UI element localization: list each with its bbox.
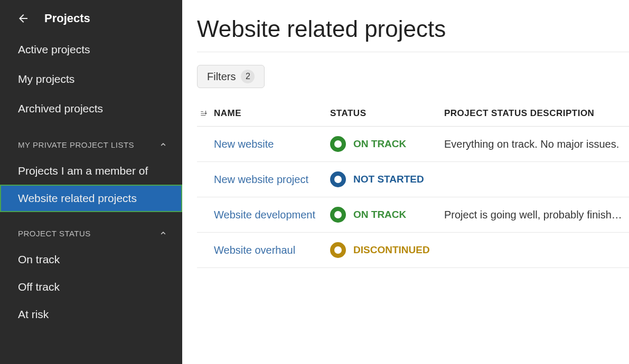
- status-label: NOT STARTED: [353, 174, 424, 185]
- page-title: Website related projects: [197, 16, 629, 52]
- sidebar-section-label: PROJECT STATUS: [18, 229, 91, 238]
- column-header-name[interactable]: NAME: [214, 108, 330, 119]
- main-content: Website related projects Filters 2 NAME …: [182, 0, 629, 364]
- table-header: NAME STATUS PROJECT STATUS DESCRIPTION: [197, 103, 629, 127]
- sidebar-item-my-projects[interactable]: My projects: [0, 64, 182, 94]
- sidebar: Projects Active projects My projects Arc…: [0, 0, 182, 364]
- project-name-link[interactable]: Website overhaul: [214, 244, 330, 256]
- status-description: Project is going well, probably finish…: [444, 209, 629, 221]
- status-cell: ON TRACK: [330, 207, 444, 223]
- filters-button[interactable]: Filters 2: [197, 65, 265, 88]
- status-ring-icon: [330, 136, 346, 152]
- status-cell: DISCONTINUED: [330, 242, 444, 258]
- sidebar-item-website-related[interactable]: Website related projects: [0, 185, 182, 212]
- sidebar-section-label: MY PRIVATE PROJECT LISTS: [18, 140, 134, 149]
- status-ring-icon: [330, 171, 346, 187]
- status-cell: ON TRACK: [330, 136, 444, 152]
- sidebar-section-private-lists[interactable]: MY PRIVATE PROJECT LISTS: [0, 129, 182, 157]
- column-header-desc[interactable]: PROJECT STATUS DESCRIPTION: [444, 108, 629, 119]
- sidebar-item-off-track[interactable]: Off track: [0, 273, 182, 301]
- sidebar-item-member-of[interactable]: Projects I am a member of: [0, 157, 182, 185]
- sidebar-item-on-track[interactable]: On track: [0, 246, 182, 273]
- status-label: ON TRACK: [353, 209, 406, 221]
- status-label: DISCONTINUED: [353, 244, 430, 256]
- status-label: ON TRACK: [353, 138, 406, 150]
- status-cell: NOT STARTED: [330, 171, 444, 187]
- status-description: Everything on track. No major issues.: [444, 138, 629, 150]
- status-ring-icon: [330, 207, 346, 223]
- sidebar-header: Projects: [0, 12, 182, 35]
- table-row[interactable]: New website ON TRACK Everything on track…: [197, 127, 629, 162]
- table-row[interactable]: Website overhaul DISCONTINUED: [197, 233, 629, 268]
- chevron-up-icon: [157, 138, 170, 151]
- project-name-link[interactable]: Website development: [214, 209, 330, 221]
- filters-bar: Filters 2: [197, 52, 629, 103]
- sidebar-item-archived-projects[interactable]: Archived projects: [0, 94, 182, 123]
- table-row[interactable]: New website project NOT STARTED: [197, 162, 629, 197]
- back-arrow-icon[interactable]: [17, 12, 30, 25]
- project-name-link[interactable]: New website: [214, 138, 330, 150]
- table-row[interactable]: Website development ON TRACK Project is …: [197, 197, 629, 233]
- filters-label: Filters: [207, 71, 236, 83]
- column-header-status[interactable]: STATUS: [330, 108, 444, 119]
- sidebar-section-project-status[interactable]: PROJECT STATUS: [0, 217, 182, 246]
- sidebar-item-at-risk[interactable]: At risk: [0, 301, 182, 328]
- project-name-link[interactable]: New website project: [214, 174, 330, 186]
- status-ring-icon: [330, 242, 346, 258]
- filters-count-badge: 2: [241, 70, 255, 83]
- sidebar-item-active-projects[interactable]: Active projects: [0, 35, 182, 64]
- sidebar-title: Projects: [44, 12, 90, 25]
- chevron-up-icon: [157, 227, 170, 240]
- sort-icon[interactable]: [197, 108, 214, 119]
